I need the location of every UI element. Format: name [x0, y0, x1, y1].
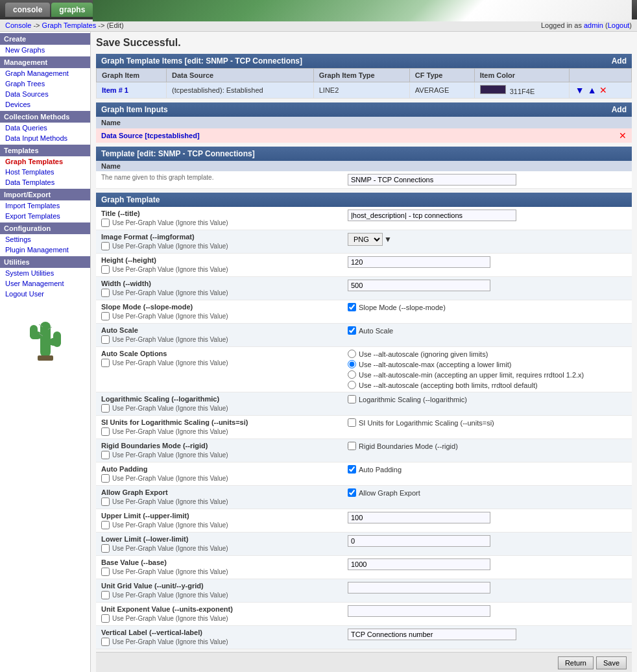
unit-grid-input[interactable]	[348, 582, 490, 594]
datasource-delete-icon[interactable]: ✕	[619, 130, 627, 141]
admin-user-link[interactable]: admin	[584, 21, 603, 29]
allow-graph-export-checkbox[interactable]	[348, 488, 356, 497]
graph-template-items-add-link[interactable]: Add	[612, 56, 627, 66]
sidebar-item-plugin-management[interactable]: Plugin Management	[0, 245, 90, 255]
log-scaling-row: Logarithmic Scaling (--logarithmic) Use …	[96, 392, 632, 416]
radio-autoscale-1[interactable]	[348, 350, 356, 358]
lower-limit-input[interactable]	[348, 535, 490, 547]
tab-console[interactable]: console	[5, 3, 50, 17]
sidebar-item-data-sources[interactable]: Data Sources	[0, 89, 90, 99]
image-format-control: PNG GIF SVG ▼	[348, 233, 627, 246]
unit-exponent-per-graph-checkbox[interactable]	[101, 614, 110, 623]
sidebar-item-import-templates[interactable]: Import Templates	[0, 200, 90, 211]
sidebar-item-export-templates[interactable]: Export Templates	[0, 211, 90, 221]
upper-limit-control	[348, 512, 627, 523]
slope-mode-checkbox-label: Slope Mode (--slope-mode)	[359, 304, 446, 311]
log-scaling-per-graph-checkbox[interactable]	[101, 404, 110, 413]
auto-scale-checkbox[interactable]	[348, 326, 356, 335]
unit-exponent-sub: Use Per-Graph Value (Ignore this Value)	[101, 614, 348, 623]
base-value-per-graph-checkbox[interactable]	[101, 568, 110, 576]
log-scaling-checkbox[interactable]	[348, 395, 356, 403]
sidebar-item-host-templates[interactable]: Host Templates	[0, 167, 90, 177]
sidebar-section-import-export: Import/Export	[0, 189, 90, 200]
template-name-input[interactable]	[348, 174, 516, 186]
main-layout: Create New Graphs Management Graph Manag…	[0, 32, 637, 672]
slope-mode-per-graph-checkbox[interactable]	[101, 312, 110, 320]
auto-padding-per-graph-checkbox[interactable]	[101, 474, 110, 483]
upper-limit-input[interactable]	[348, 512, 490, 523]
sidebar-item-graph-templates[interactable]: Graph Templates	[0, 156, 90, 167]
item-edit-link[interactable]: Item # 1	[102, 86, 128, 94]
radio-autoscale-3[interactable]	[348, 370, 356, 379]
vertical-label-input[interactable]	[348, 629, 516, 640]
title-per-graph-checkbox[interactable]	[101, 219, 110, 227]
vertical-label-per-graph-checkbox[interactable]	[101, 638, 110, 646]
auto-scale-options-control: Use --alt-autoscale (ignoring given limi…	[348, 350, 627, 389]
lower-limit-control	[348, 535, 627, 547]
auto-padding-checkbox[interactable]	[348, 465, 356, 474]
breadcrumb-console-link[interactable]: Console	[5, 21, 31, 29]
sidebar-item-graph-management[interactable]: Graph Management	[0, 68, 90, 78]
sidebar-item-graph-trees[interactable]: Graph Trees	[0, 78, 90, 89]
unit-exponent-input[interactable]	[348, 605, 490, 617]
auto-scale-options-per-graph-checkbox[interactable]	[101, 359, 110, 367]
col-cf-type: CF Type	[409, 69, 474, 82]
sidebar-item-data-templates[interactable]: Data Templates	[0, 177, 90, 187]
auto-scale-per-graph-checkbox[interactable]	[101, 335, 110, 344]
auto-scale-label: Auto Scale	[101, 326, 348, 334]
image-format-per-graph-checkbox[interactable]	[101, 242, 110, 250]
slope-mode-checkbox[interactable]	[348, 303, 356, 311]
radio-autoscale-4[interactable]	[348, 381, 356, 389]
title-sub: Use Per-Graph Value (Ignore this Value)	[101, 219, 348, 227]
tab-graphs[interactable]: graphs	[51, 3, 93, 17]
datasource-link[interactable]: Data Source [tcpestablished]	[101, 132, 200, 139]
move-up-icon[interactable]: ▲	[588, 85, 597, 95]
si-units-per-graph-checkbox[interactable]	[101, 427, 110, 436]
log-scaling-control: Logarithmic Scaling (--logarithmic)	[348, 395, 627, 403]
radio-autoscale-2[interactable]	[348, 360, 356, 368]
sidebar-item-new-graphs[interactable]: New Graphs	[0, 45, 90, 55]
inputs-datasource-row: Data Source [tcpestablished] ✕	[96, 128, 632, 143]
width-input[interactable]	[348, 280, 490, 291]
sidebar-item-logout-user[interactable]: Logout User	[0, 289, 90, 299]
rigid-mode-sub: Use Per-Graph Value (Ignore this Value)	[101, 451, 348, 459]
breadcrumb-graph-templates-link[interactable]: Graph Templates	[42, 21, 97, 29]
sidebar-item-user-management[interactable]: User Management	[0, 278, 90, 289]
base-value-row: Base Value (--base) Use Per-Graph Value …	[96, 556, 632, 579]
vertical-label-row: Vertical Label (--vertical-label) Use Pe…	[96, 626, 632, 649]
sidebar-item-system-utilities[interactable]: System Utilities	[0, 268, 90, 278]
upper-limit-per-graph-checkbox[interactable]	[101, 521, 110, 529]
sidebar-item-data-queries[interactable]: Data Queries	[0, 123, 90, 133]
width-per-graph-checkbox[interactable]	[101, 289, 110, 297]
width-label-col: Width (--width) Use Per-Graph Value (Ign…	[101, 280, 348, 297]
base-value-input[interactable]	[348, 558, 490, 570]
sidebar-section-create: Create	[0, 33, 90, 45]
height-per-graph-checkbox[interactable]	[101, 265, 110, 274]
rigid-mode-checkbox-item: Rigid Boundaries Mode (--rigid)	[348, 442, 458, 450]
save-button[interactable]: Save	[596, 656, 627, 669]
graph-item-inputs-add-link[interactable]: Add	[612, 105, 627, 114]
move-down-icon[interactable]: ▼	[575, 85, 584, 95]
color-swatch	[480, 85, 506, 94]
title-input[interactable]	[348, 210, 516, 221]
rigid-mode-checkbox[interactable]	[348, 442, 356, 450]
logout-link[interactable]: Logout	[608, 21, 630, 29]
unit-grid-label: Unit Grid Value (--unit/--y-grid)	[101, 582, 348, 590]
rigid-mode-per-graph-checkbox[interactable]	[101, 451, 110, 459]
si-units-checkbox[interactable]	[348, 418, 356, 427]
sidebar-item-devices[interactable]: Devices	[0, 99, 90, 110]
return-button[interactable]: Return	[558, 656, 594, 669]
height-input[interactable]	[348, 256, 490, 268]
col-item-color: Item Color	[474, 69, 569, 82]
lower-limit-label-col: Lower Limit (--lower-limit) Use Per-Grap…	[101, 535, 348, 553]
lower-limit-per-graph-checkbox[interactable]	[101, 544, 110, 553]
delete-icon[interactable]: ✕	[599, 85, 607, 95]
auto-scale-sub: Use Per-Graph Value (Ignore this Value)	[101, 335, 348, 344]
unit-grid-per-graph-checkbox[interactable]	[101, 591, 110, 599]
sidebar-item-settings[interactable]: Settings	[0, 234, 90, 245]
row-actions: ▼ ▲ ✕	[569, 82, 631, 99]
allow-graph-export-per-graph-checkbox[interactable]	[101, 498, 110, 506]
sidebar-item-data-input-methods[interactable]: Data Input Methods	[0, 133, 90, 143]
svg-rect-0	[40, 322, 51, 357]
image-format-select[interactable]: PNG GIF SVG	[348, 233, 383, 246]
